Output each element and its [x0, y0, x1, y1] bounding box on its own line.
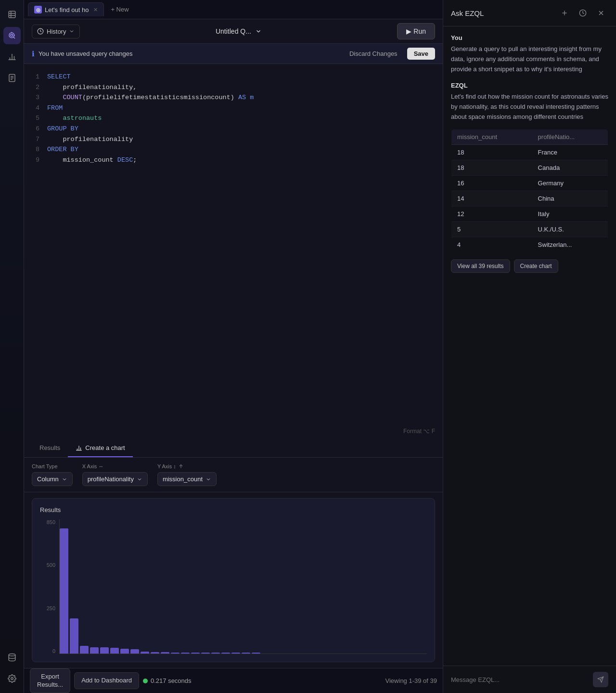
timing-indicator	[143, 679, 148, 683]
right-panel: Ask EZQL You Generate a query to pull an…	[443, 0, 616, 693]
close-panel-button[interactable]	[594, 6, 608, 20]
view-all-results-button[interactable]: View all 39 results	[451, 259, 510, 273]
sidebar-icon-settings[interactable]	[3, 670, 21, 687]
chart-bar	[242, 653, 250, 654]
create-chart-button[interactable]: Create chart	[514, 259, 558, 273]
table-row: 12Italy	[451, 206, 608, 221]
line-number: 3	[32, 92, 39, 103]
tab-bar: ◎ Let's find out ho ✕ + New	[24, 0, 443, 19]
chart-bar	[100, 647, 109, 654]
unsaved-message: You have unsaved query changes	[38, 50, 132, 57]
tab-label: Let's find out ho	[45, 6, 89, 13]
chart-bar	[90, 647, 99, 654]
code-line-4: 4 FROM	[32, 103, 435, 114]
chart-area: 0250500850	[40, 519, 427, 654]
add-conversation-button[interactable]	[557, 6, 572, 20]
sidebar-icon-table[interactable]	[3, 6, 21, 23]
code-text: astronauts	[47, 113, 102, 124]
y-axis-label: 250	[40, 605, 55, 611]
table-row: 18Canada	[451, 160, 608, 175]
timing-info: 0.217 seconds	[143, 677, 192, 684]
tab-close-button[interactable]: ✕	[93, 7, 98, 13]
sidebar	[0, 0, 24, 693]
sort-icon	[178, 463, 184, 469]
table-cell: 18	[451, 144, 532, 160]
dashboard-label: Add to Dashboard	[81, 677, 132, 684]
svg-point-17	[9, 654, 15, 656]
code-line-9: 9 mission_count DESC;	[32, 155, 435, 166]
export-results-button[interactable]: ExportResults...	[30, 668, 70, 693]
table-cell: 4	[451, 237, 532, 252]
table-cell: 12	[451, 206, 532, 221]
message-sender-you: You	[451, 34, 608, 41]
table-cell: France	[532, 144, 608, 160]
table-row: 14China	[451, 191, 608, 206]
save-button[interactable]: Save	[407, 48, 435, 60]
message-input-area	[443, 666, 616, 693]
code-text: COUNT(profilelifetimestatisticsmissionco…	[47, 92, 254, 103]
table-cell: U.K./U.S.	[532, 221, 608, 237]
user-message-text: Generate a query to pull an interesting …	[451, 44, 608, 74]
y-axis-group: Y Axis ↕ mission_count	[157, 463, 217, 486]
line-number: 7	[32, 134, 39, 145]
results-table: mission_count profileNatio... 18France18…	[451, 129, 608, 253]
line-number: 5	[32, 113, 39, 124]
x-axis-select[interactable]: profileNationality	[82, 472, 148, 486]
chart-results-title: Results	[40, 506, 427, 513]
chart-bar	[151, 652, 159, 654]
code-line-6: 6 GROUP BY	[32, 124, 435, 134]
query-title-chevron-icon	[255, 28, 262, 35]
new-tab-button[interactable]: + New	[106, 4, 133, 15]
code-line-3: 3 COUNT(profilelifetimestatisticsmission…	[32, 92, 435, 103]
chevron-down-icon	[62, 476, 67, 482]
ask-header: Ask EZQL	[443, 0, 616, 26]
toolbar: History Untitled Q... ▶ Run	[24, 19, 443, 44]
code-keyword: GROUP BY	[47, 124, 78, 134]
tab-results[interactable]: Results	[32, 439, 68, 457]
ask-title: Ask EZQL	[451, 9, 553, 17]
message-input[interactable]	[451, 676, 589, 683]
sidebar-icon-chart[interactable]	[3, 48, 21, 65]
chart-bar	[252, 653, 260, 654]
add-to-dashboard-button[interactable]: Add to Dashboard	[74, 672, 139, 689]
chart-type-select[interactable]: Column	[32, 472, 73, 486]
history-conversations-button[interactable]	[576, 6, 590, 20]
chat-messages: You Generate a query to pull an interest…	[443, 26, 616, 666]
chat-actions: View all 39 results Create chart	[451, 259, 608, 273]
tab-create-chart[interactable]: Create a chart	[68, 439, 132, 457]
chart-bar	[171, 653, 180, 654]
chart-bar	[110, 648, 119, 654]
table-cell: Canada	[532, 160, 608, 175]
table-row: 4Switzerlan...	[451, 237, 608, 252]
chart-bar	[211, 653, 220, 654]
x-axis-label: X Axis ↔	[82, 463, 148, 469]
table-cell: 14	[451, 191, 532, 206]
ezql-message: EZQL Let's find out how the mission coun…	[451, 82, 608, 272]
plus-icon	[561, 9, 568, 17]
code-line-2: 2 profilenationality,	[32, 82, 435, 93]
svg-point-4	[9, 33, 14, 38]
unsaved-changes-bar: ℹ You have unsaved query changes Discard…	[24, 44, 443, 64]
ezql-message-text: Let's find out how the mission count for…	[451, 92, 608, 122]
table-row: 18France	[451, 144, 608, 160]
chart-container: Results 0250500850	[32, 498, 435, 662]
code-editor[interactable]: 1 SELECT 2 profilenationality, 3 COUNT(p…	[24, 64, 443, 439]
sidebar-icon-analytics[interactable]	[3, 27, 21, 44]
status-bar: ExportResults... Add to Dashboard 0.217 …	[24, 668, 443, 693]
history-button[interactable]: History	[32, 25, 80, 38]
svg-point-18	[11, 678, 13, 680]
chart-bar	[130, 649, 139, 654]
sidebar-icon-doc[interactable]	[3, 69, 21, 87]
discard-changes-button[interactable]: Discard Changes	[344, 48, 403, 59]
query-tab[interactable]: ◎ Let's find out ho ✕	[28, 2, 104, 16]
result-tabs: Results Create a chart	[24, 439, 443, 458]
query-title[interactable]: Untitled Q...	[86, 27, 391, 35]
code-text: mission_count DESC;	[47, 155, 137, 166]
y-axis-select[interactable]: mission_count	[157, 472, 217, 486]
send-message-button[interactable]	[593, 672, 608, 687]
run-button[interactable]: ▶ Run	[397, 23, 435, 39]
sidebar-icon-db[interactable]	[3, 649, 21, 666]
format-hint: Format ⌥ F	[403, 428, 435, 435]
table-cell: 16	[451, 175, 532, 191]
col-profile-nationality: profileNatio...	[532, 129, 608, 144]
